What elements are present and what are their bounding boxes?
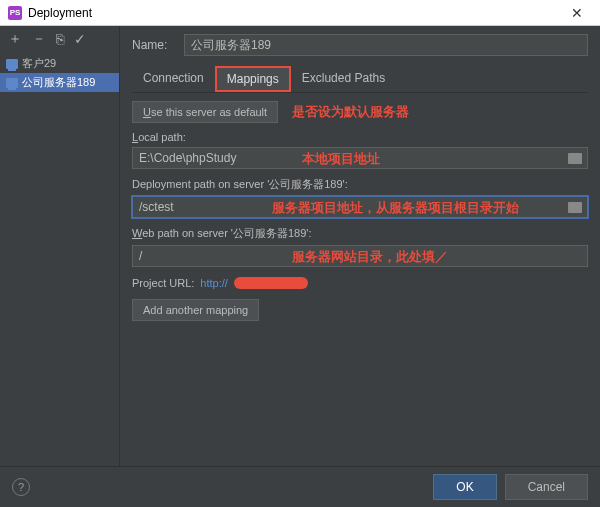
close-icon[interactable]: ✕ — [562, 0, 592, 26]
ok-button[interactable]: OK — [433, 474, 496, 500]
tabs: Connection Mappings Excluded Paths — [132, 66, 588, 93]
add-mapping-button[interactable]: Add another mapping — [132, 299, 259, 321]
project-url-link[interactable]: http:// — [200, 277, 228, 289]
project-url-label: Project URL: — [132, 277, 194, 289]
help-icon[interactable]: ? — [12, 478, 30, 496]
sidebar: ＋ － ⎘ ✓ 客户29 公司服务器189 — [0, 26, 120, 466]
add-icon[interactable]: ＋ — [8, 30, 22, 48]
copy-icon[interactable]: ⎘ — [56, 31, 64, 47]
folder-icon[interactable] — [568, 153, 582, 164]
tree-item-label: 客户29 — [22, 56, 56, 71]
web-path-label: Web path on server '公司服务器189': — [132, 226, 588, 241]
titlebar: PS Deployment ✕ — [0, 0, 600, 26]
tab-connection[interactable]: Connection — [132, 66, 215, 92]
sidebar-toolbar: ＋ － ⎘ ✓ — [0, 26, 119, 52]
server-icon — [6, 59, 18, 69]
name-input[interactable] — [184, 34, 588, 56]
tab-mappings[interactable]: Mappings — [215, 66, 291, 92]
window-title: Deployment — [28, 6, 92, 20]
footer: ? OK Cancel — [0, 466, 600, 506]
app-icon: PS — [8, 6, 22, 20]
server-icon — [6, 78, 18, 88]
tree-item-label: 公司服务器189 — [22, 75, 95, 90]
cancel-button[interactable]: Cancel — [505, 474, 588, 500]
content-panel: Name: Connection Mappings Excluded Paths… — [120, 26, 600, 466]
check-icon[interactable]: ✓ — [74, 31, 86, 47]
web-path-input[interactable] — [132, 245, 588, 267]
use-default-button[interactable]: UUse this server as defaultse this serve… — [132, 101, 278, 123]
tree-item[interactable]: 客户29 — [0, 54, 119, 73]
folder-icon[interactable] — [568, 202, 582, 213]
local-path-label: Local path: — [132, 131, 588, 143]
redacted-block — [234, 277, 308, 289]
deploy-path-input[interactable] — [132, 196, 588, 218]
tab-excluded[interactable]: Excluded Paths — [291, 66, 396, 92]
remove-icon[interactable]: － — [32, 30, 46, 48]
server-tree: 客户29 公司服务器189 — [0, 52, 119, 94]
local-path-input[interactable] — [132, 147, 588, 169]
name-label: Name: — [132, 38, 176, 52]
annotation: 是否设为默认服务器 — [292, 103, 409, 121]
tree-item[interactable]: 公司服务器189 — [0, 73, 119, 92]
deploy-path-label: Deployment path on server '公司服务器189': — [132, 177, 588, 192]
